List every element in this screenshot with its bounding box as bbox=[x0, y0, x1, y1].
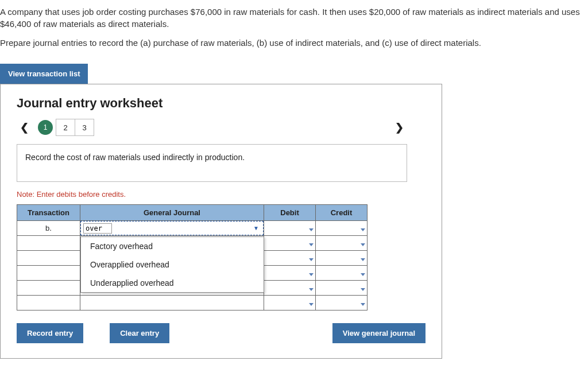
header-transaction: Transaction bbox=[17, 205, 80, 221]
credit-cell[interactable] bbox=[316, 251, 368, 266]
transaction-cell[interactable] bbox=[17, 296, 80, 311]
debit-cell[interactable] bbox=[264, 266, 316, 281]
account-dropdown: Factory overhead Overapplied overhead Un… bbox=[80, 236, 264, 293]
debit-cell[interactable] bbox=[264, 281, 316, 296]
step-3[interactable]: 3 bbox=[75, 119, 94, 136]
note-text: Note: Enter debits before credits. bbox=[17, 190, 425, 199]
view-transaction-list-button[interactable]: View transaction list bbox=[0, 64, 88, 84]
dropdown-arrow-icon[interactable]: ▼ bbox=[252, 224, 261, 233]
header-general-journal: General Journal bbox=[80, 205, 264, 221]
header-debit: Debit bbox=[264, 205, 316, 221]
account-search-input[interactable] bbox=[83, 223, 112, 234]
transaction-cell[interactable] bbox=[17, 281, 80, 296]
journal-entry-worksheet: Journal entry worksheet ❮ 1 2 3 ❯ Record… bbox=[0, 84, 442, 359]
header-credit: Credit bbox=[316, 205, 368, 221]
dropdown-option[interactable]: Overapplied overhead bbox=[81, 255, 264, 274]
question-paragraph-1: A company that uses job order costing pu… bbox=[0, 6, 582, 30]
question-paragraph-2: Prepare journal entries to record the (a… bbox=[0, 37, 582, 49]
general-journal-cell[interactable]: ▼ Factory overhead Overapplied overhead … bbox=[80, 221, 264, 236]
record-entry-button[interactable]: Record entry bbox=[17, 323, 83, 343]
step-2[interactable]: 2 bbox=[56, 119, 75, 136]
debit-cell[interactable] bbox=[264, 221, 316, 236]
step-pager: ❮ 1 2 3 ❯ bbox=[17, 119, 407, 136]
chevron-left-icon[interactable]: ❮ bbox=[17, 119, 32, 136]
journal-entry-table: Transaction General Journal Debit Credit… bbox=[17, 204, 368, 311]
worksheet-title: Journal entry worksheet bbox=[17, 96, 425, 111]
general-journal-cell[interactable] bbox=[80, 296, 264, 311]
credit-cell[interactable] bbox=[316, 221, 368, 236]
transaction-cell[interactable] bbox=[17, 251, 80, 266]
credit-cell[interactable] bbox=[316, 266, 368, 281]
credit-cell[interactable] bbox=[316, 281, 368, 296]
debit-cell[interactable] bbox=[264, 251, 316, 266]
chevron-right-icon[interactable]: ❯ bbox=[392, 119, 407, 136]
view-general-journal-button[interactable]: View general journal bbox=[332, 323, 425, 343]
transaction-cell[interactable] bbox=[17, 236, 80, 251]
clear-entry-button[interactable]: Clear entry bbox=[110, 323, 169, 343]
dropdown-option[interactable]: Underapplied overhead bbox=[81, 274, 264, 292]
step-1[interactable]: 1 bbox=[38, 120, 53, 135]
credit-cell[interactable] bbox=[316, 236, 368, 251]
credit-cell[interactable] bbox=[316, 296, 368, 311]
transaction-cell[interactable] bbox=[17, 266, 80, 281]
transaction-cell: b. bbox=[17, 221, 80, 236]
debit-cell[interactable] bbox=[264, 296, 316, 311]
dropdown-option[interactable]: Factory overhead bbox=[81, 237, 264, 255]
debit-cell[interactable] bbox=[264, 236, 316, 251]
instruction-box: Record the cost of raw materials used in… bbox=[17, 144, 407, 182]
